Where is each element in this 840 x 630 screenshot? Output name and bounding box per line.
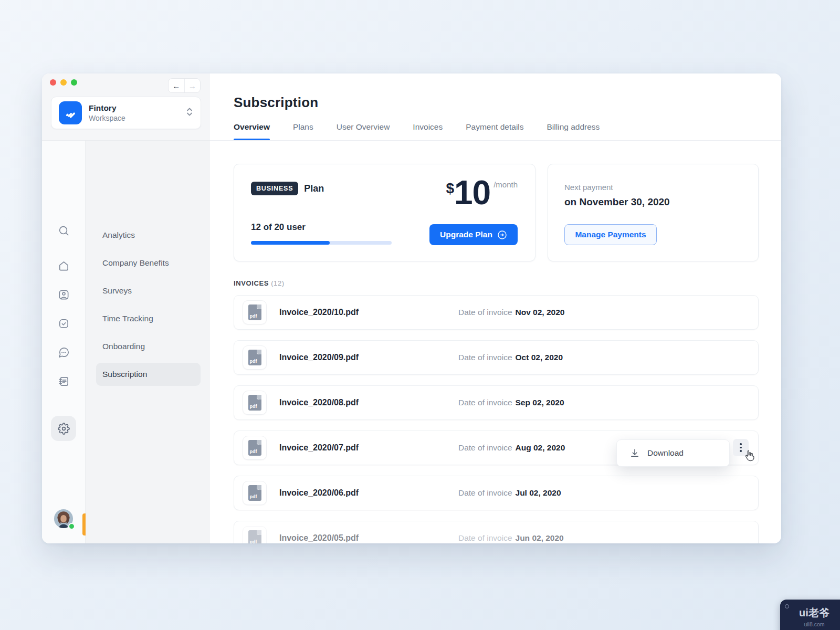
contacts-icon[interactable] (51, 282, 76, 307)
plan-badge: BUSINESS (251, 182, 298, 195)
forward-arrow-icon: → (188, 81, 196, 90)
close-window-button[interactable] (50, 79, 56, 86)
main-content: Subscription Overview Plans User Overvie… (210, 74, 781, 543)
icon-rail (42, 141, 86, 543)
tab-bar: Overview Plans User Overview Invoices Pa… (234, 120, 781, 140)
next-payment-card: Next payment on November 30, 2020 Manage… (548, 164, 759, 261)
forward-button[interactable]: → (185, 79, 201, 92)
tab-invoices[interactable]: Invoices (413, 120, 443, 140)
invoice-filename: Invoice_2020/10.pdf (279, 308, 359, 317)
tab-divider (210, 140, 781, 141)
price-amount: 10 (454, 176, 490, 209)
nav-item-onboarding[interactable]: Onboarding (96, 335, 201, 358)
online-status-dot (68, 523, 75, 530)
plan-card: BUSINESS Plan $ 10 /month 12 of 20 user … (234, 164, 536, 261)
invoice-row[interactable]: pdf Invoice_2020/08.pdf Date of invoiceS… (234, 385, 759, 420)
invoices-heading: INVOICES (12) (234, 279, 285, 287)
nav-item-company-benefits[interactable]: Company Benefits (96, 251, 201, 275)
pdf-file-icon: pdf (243, 481, 267, 505)
user-avatar[interactable] (54, 509, 74, 529)
watermark-badge: ui老爷 uil8.com (780, 600, 840, 630)
invoice-filename: Invoice_2020/05.pdf (279, 533, 359, 543)
invoice-row[interactable]: pdf Invoice_2020/06.pdf Date of invoiceJ… (234, 476, 759, 510)
back-arrow-icon: ← (172, 81, 180, 90)
watermark-site: uil8.com (786, 621, 840, 627)
invoice-filename: Invoice_2020/09.pdf (279, 353, 359, 362)
watermark-ring-icon (785, 604, 789, 608)
download-icon (629, 448, 640, 458)
pdf-file-icon: pdf (243, 345, 267, 370)
invoice-filename: Invoice_2020/07.pdf (279, 443, 359, 453)
plan-price: $ 10 /month (446, 176, 518, 209)
next-payment-date: on November 30, 2020 (564, 196, 670, 208)
nav-item-subscription[interactable]: Subscription (96, 363, 201, 386)
nav-menu: Analytics Company Benefits Surveys Time … (86, 141, 210, 543)
invoice-filename: Invoice_2020/08.pdf (279, 398, 359, 407)
invoice-date: Date of invoiceAug 02, 2020 (458, 443, 565, 453)
workspace-subtitle: Workspace (89, 114, 186, 122)
invoice-row[interactable]: pdf Invoice_2020/09.pdf Date of invoiceO… (234, 340, 759, 375)
pdf-file-icon: pdf (243, 300, 267, 324)
fintory-logo-icon (59, 101, 82, 124)
pdf-file-icon: pdf (243, 391, 267, 415)
invoice-row[interactable]: pdf Invoice_2020/05.pdf Date of invoiceJ… (234, 521, 759, 543)
chat-icon[interactable] (51, 340, 76, 365)
invoice-date: Date of invoiceSep 02, 2020 (458, 398, 564, 407)
page-title: Subscription (234, 94, 318, 111)
seat-usage-text: 12 of 20 user (251, 222, 306, 233)
invoice-date: Date of invoiceNov 02, 2020 (458, 308, 564, 317)
home-icon[interactable] (51, 253, 76, 278)
workspace-name: Fintory (89, 103, 186, 113)
pdf-file-icon: pdf (243, 526, 267, 543)
invoice-date: Date of invoiceJun 02, 2020 (458, 533, 564, 543)
history-nav: ← → (168, 78, 201, 93)
workspace-selector[interactable]: Fintory Workspace (51, 97, 201, 129)
nav-item-analytics[interactable]: Analytics (96, 224, 201, 247)
sidebar-header: ← → Fintory Workspace (42, 74, 210, 141)
upgrade-plan-button[interactable]: Upgrade Plan (429, 224, 518, 245)
search-icon[interactable] (51, 218, 76, 243)
manage-payments-button[interactable]: Manage Payments (564, 224, 657, 245)
price-currency: $ (446, 180, 454, 197)
nav-item-surveys[interactable]: Surveys (96, 279, 201, 302)
tasks-icon[interactable] (51, 311, 76, 336)
minimize-window-button[interactable] (60, 79, 67, 86)
download-menu-item[interactable]: Download (616, 439, 730, 467)
hand-cursor-icon (743, 449, 755, 464)
invoice-filename: Invoice_2020/06.pdf (279, 488, 359, 498)
pdf-file-icon: pdf (243, 436, 267, 460)
invoice-date: Date of invoiceOct 02, 2020 (458, 353, 563, 362)
back-button[interactable]: ← (169, 79, 185, 92)
seat-usage-progressbar (251, 241, 392, 245)
zoom-window-button[interactable] (71, 79, 77, 86)
window-controls (50, 79, 77, 86)
app-window: ← → Fintory Workspace (42, 74, 781, 543)
invoice-row[interactable]: pdf Invoice_2020/10.pdf Date of invoiceN… (234, 295, 759, 330)
tab-plans[interactable]: Plans (293, 120, 313, 140)
seat-usage-progress-fill (251, 241, 330, 245)
tab-user-overview[interactable]: User Overview (337, 120, 390, 140)
arrow-right-circle-icon (497, 230, 507, 240)
settings-gear-icon[interactable] (51, 416, 76, 441)
invoice-date: Date of invoiceJul 02, 2020 (458, 488, 561, 498)
chevron-updown-icon (186, 107, 193, 119)
next-payment-label: Next payment (564, 183, 613, 192)
bell-icon[interactable] (51, 540, 76, 543)
invoices-count: (12) (271, 279, 285, 287)
plan-label: Plan (304, 183, 324, 194)
notes-icon[interactable] (51, 369, 76, 394)
price-period: /month (494, 180, 518, 189)
watermark-title: ui老爷 (786, 606, 840, 620)
nav-item-time-tracking[interactable]: Time Tracking (96, 307, 201, 330)
tab-payment-details[interactable]: Payment details (466, 120, 523, 140)
tab-overview[interactable]: Overview (234, 120, 270, 140)
tab-billing-address[interactable]: Billing address (547, 120, 600, 140)
